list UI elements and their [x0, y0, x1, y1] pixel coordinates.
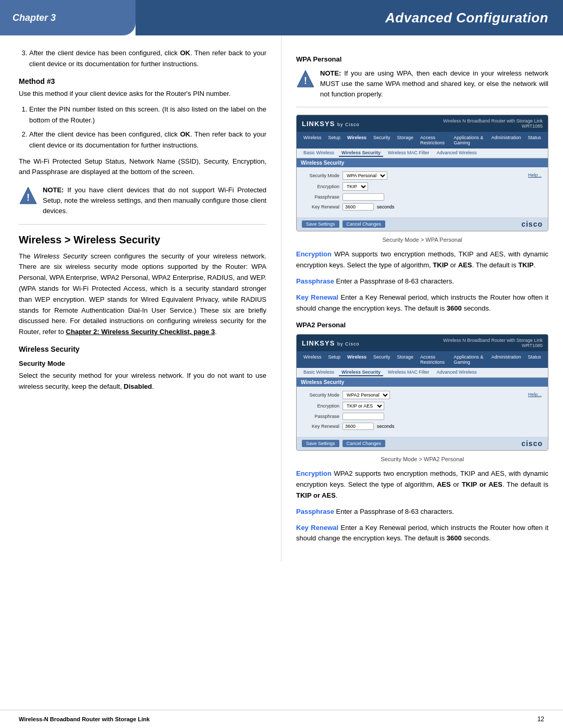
ls-model-1: Wireless N Broadband Router with Storage… [443, 118, 543, 129]
ls-storage-tab-2[interactable]: Storage [395, 353, 417, 366]
ls-key-renewal-input[interactable] [342, 203, 374, 211]
note-icon: ! [19, 186, 38, 205]
ls-help-link-2[interactable]: Help... [528, 392, 542, 397]
ls-form-2: Security Mode WPA2 Personal Encryption T… [303, 391, 523, 433]
method3-step1: Enter the PIN number listed on this scre… [29, 104, 266, 126]
note-box-wpa: ! NOTE: If you are using WPA, then each … [296, 68, 548, 107]
ls-advanced-wireless-tab[interactable]: Advanced Wireless [434, 150, 480, 157]
ls-setup-tab[interactable]: Setup [326, 134, 344, 146]
ls-footer-2: Save Settings Cancel Changes cisco [297, 437, 548, 450]
ls-status-tab[interactable]: Status [525, 134, 544, 146]
ls-help-link-1[interactable]: Help... [528, 172, 542, 178]
linksys-screen-wpa: LINKSYS by Cisco Wireless N Broadband Ro… [296, 115, 548, 231]
chapter2-link[interactable]: Chapter 2: Wireless Security Checklist, … [66, 328, 215, 336]
method3-heading: Method #3 [19, 77, 266, 85]
ls-logo-2: LINKSYS by Cisco [302, 339, 359, 347]
method3-intro: Use this method if your client device as… [19, 89, 266, 100]
enc2-desc: Encryption WPA2 supports two encryption … [296, 468, 548, 501]
ls-security-tab-2[interactable]: Security [371, 353, 393, 366]
ls-access-tab[interactable]: Access Restrictions [418, 134, 449, 146]
page-title: Advanced Configuration [385, 10, 548, 26]
ls-body-2: Security Mode WPA2 Personal Encryption T… [297, 387, 548, 437]
security-mode-text: Select the security method for your wire… [19, 371, 266, 392]
method3-steps: Enter the PIN number listed on this scre… [29, 104, 266, 151]
ls-body-1: Security Mode WPA Personal Encryption TK… [297, 167, 548, 217]
note-label: NOTE: [43, 186, 64, 194]
passphrase-desc: Passphrase Enter a Passphrase of 8-63 ch… [296, 276, 548, 287]
ls-apps-tab-2[interactable]: Applications & Gaming [451, 353, 487, 366]
ls-encryption-select[interactable]: TKIP [342, 182, 368, 191]
wpa2-personal-heading: WPA2 Personal [296, 321, 548, 329]
step3-text: After the client device has been configu… [29, 49, 266, 68]
step-list-continued: After the client device has been configu… [29, 48, 266, 70]
ls-wireless-label-2: Wireless [301, 353, 324, 366]
ls-cancel-btn-1[interactable]: Cancel Changes [342, 220, 386, 228]
ls-basic-wireless-tab[interactable]: Basic Wireless [301, 150, 337, 157]
ls-wireless-label: Wireless [301, 134, 324, 146]
ls-wireless-security-tab-2[interactable]: Wireless Security [339, 369, 383, 376]
chapter-label: Chapter 3 [13, 13, 56, 23]
ls-wireless-tab[interactable]: Wireless [345, 134, 369, 146]
ls-access-tab-2[interactable]: Access Restrictions [418, 353, 449, 366]
ls-save-btn-2[interactable]: Save Settings [302, 440, 339, 447]
ls-form-1: Security Mode WPA Personal Encryption TK… [303, 171, 523, 213]
wps-status-text: The Wi-Fi Protected Setup Status, Networ… [19, 156, 266, 178]
ls-advanced-wireless-tab-2[interactable]: Advanced Wireless [434, 369, 480, 376]
wireless-sec-intro: The Wireless Security screen configures … [19, 251, 266, 338]
note-icon-wpa: ! [296, 69, 315, 88]
ls-status-tab-2[interactable]: Status [525, 353, 544, 366]
ls-passphrase-input[interactable] [342, 193, 384, 201]
ls-mac-filter-tab-2[interactable]: Wireless MAC Filter [385, 369, 432, 376]
ls-header-1: LINKSYS by Cisco Wireless N Broadband Ro… [297, 115, 548, 132]
ls-admin-tab[interactable]: Administration [488, 134, 523, 146]
ls-passphrase-row-2: Passphrase [303, 413, 523, 420]
header-title-bar: Advanced Configuration [136, 0, 563, 35]
encryption-desc: Encryption WPA supports two encryption m… [296, 249, 548, 271]
screen2-caption: Security Mode > WPA2 Personal [296, 456, 548, 462]
ls-storage-tab[interactable]: Storage [395, 134, 417, 146]
ls-wireless-tab-2[interactable]: Wireless [345, 353, 369, 366]
ls-passphrase-input-2[interactable] [342, 413, 384, 420]
ls-btn-group-1: Save Settings Cancel Changes [302, 220, 385, 228]
left-column: After the client device has been configu… [0, 35, 282, 562]
ls-security-tab[interactable]: Security [371, 134, 393, 146]
ls-wireless-security-tab[interactable]: Wireless Security [339, 150, 383, 157]
ls-nav-1: Wireless Setup Wireless Security Storage… [297, 132, 548, 149]
ls-mac-filter-tab[interactable]: Wireless MAC Filter [385, 150, 432, 157]
ls-key-renewal-input-2[interactable] [342, 423, 374, 430]
ls-cancel-btn-2[interactable]: Cancel Changes [342, 440, 386, 447]
footer-product: Wireless-N Broadband Router with Storage… [19, 716, 150, 722]
ls-footer-1: Save Settings Cancel Changes cisco [297, 217, 548, 231]
ls-encryption-row-2: Encryption TKIP or AES [303, 402, 523, 410]
svg-text:!: ! [304, 76, 307, 86]
ls-security-mode-select-2[interactable]: WPA2 Personal [342, 391, 390, 399]
note-text-wps: NOTE: If you have client devices that do… [43, 185, 266, 216]
ls-model-2: Wireless N Broadband Router with Storage… [443, 338, 543, 348]
ls-basic-wireless-tab-2[interactable]: Basic Wireless [301, 369, 337, 376]
note-label-wpa: NOTE: [320, 69, 341, 77]
ls-key-renewal-row: Key Renewal seconds [303, 203, 523, 211]
ls-logo-1: LINKSYS by Cisco [302, 120, 359, 128]
note-text-wpa: NOTE: If you are using WPA, then each de… [320, 68, 548, 100]
ls-sub-tabs-2: Basic Wireless Wireless Security Wireles… [297, 368, 548, 378]
ls-security-mode-row-2: Security Mode WPA2 Personal [303, 391, 523, 399]
ls-key-renewal-row-2: Key Renewal seconds [303, 423, 523, 430]
note-box-wps: ! NOTE: If you have client devices that … [19, 185, 266, 224]
ls-btn-group-2: Save Settings Cancel Changes [302, 440, 385, 447]
step-3: After the client device has been configu… [29, 48, 266, 70]
ls-setup-tab-2[interactable]: Setup [326, 353, 344, 366]
ls-section-title-1: Wireless Security [297, 158, 548, 167]
right-column: WPA Personal ! NOTE: If you are using WP… [282, 35, 563, 562]
page-header: Chapter 3 Advanced Configuration [0, 0, 563, 35]
wireless-security-heading: Wireless > Wireless Security [19, 234, 266, 246]
ls-admin-tab-2[interactable]: Administration [488, 353, 523, 366]
ls-nav-2: Wireless Setup Wireless Security Storage… [297, 351, 548, 368]
chapter-tab: Chapter 3 [0, 0, 136, 35]
ls-security-mode-select[interactable]: WPA Personal [342, 171, 387, 180]
key-renewal-desc: Key Renewal Enter a Key Renewal period, … [296, 292, 548, 314]
ls-save-btn-1[interactable]: Save Settings [302, 220, 339, 228]
ls-encryption-select-2[interactable]: TKIP or AES [342, 402, 384, 410]
ls-passphrase-row: Passphrase [303, 193, 523, 201]
screen1-caption: Security Mode > WPA Personal [296, 237, 548, 243]
ls-apps-tab[interactable]: Applications & Gaming [451, 134, 487, 146]
